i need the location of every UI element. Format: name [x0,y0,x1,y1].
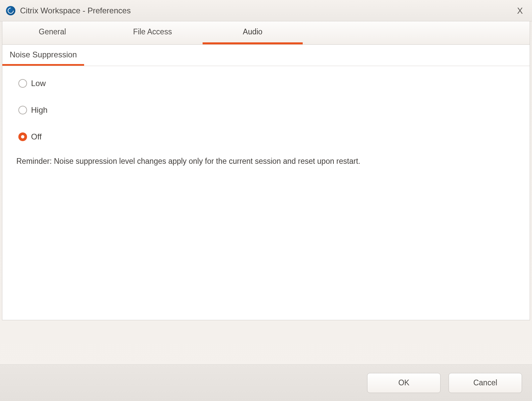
sub-tabs: Noise Suppression [2,45,530,66]
noise-suppression-options: Low High Off Reminder: Noise suppression… [2,66,530,166]
radio-high[interactable]: High [18,105,514,115]
titlebar: Citrix Workspace - Preferences X [0,0,532,21]
main-tabs: General File Access Audio [2,21,530,45]
radio-off[interactable]: Off [18,132,514,141]
ok-button[interactable]: OK [367,373,441,393]
radio-high-label: High [31,105,47,115]
radio-off-label: Off [31,132,42,141]
radio-circle-icon [18,79,27,88]
tab-file-access[interactable]: File Access [102,21,203,44]
tab-audio[interactable]: Audio [203,21,303,44]
sub-tab-noise-suppression[interactable]: Noise Suppression [2,45,84,66]
cancel-button[interactable]: Cancel [449,373,522,393]
tab-general[interactable]: General [2,21,102,44]
window-title: Citrix Workspace - Preferences [20,6,131,15]
reminder-text: Reminder: Noise suppression level change… [16,157,514,166]
dialog-footer: OK Cancel [0,364,532,401]
close-icon[interactable]: X [515,5,525,16]
radio-low-label: Low [31,79,46,88]
radio-circle-selected-icon [18,132,27,141]
content-panel: Noise Suppression Low High Off Reminder:… [2,45,530,320]
radio-low[interactable]: Low [18,79,514,88]
app-icon [6,6,15,15]
radio-circle-icon [18,106,27,114]
